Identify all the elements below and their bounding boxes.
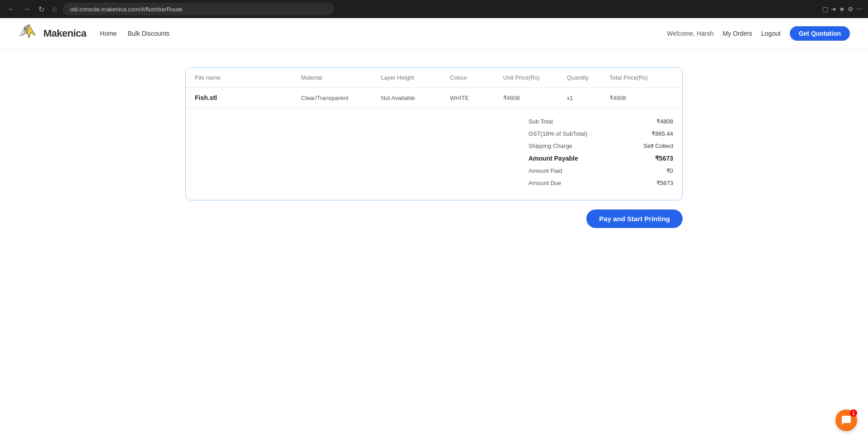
row-total-price: ₹4808 [609,95,673,101]
share-icon: ➜ [831,5,836,13]
row-material: Clear/Transparent [301,95,381,101]
row-quantity: x1 [567,95,609,101]
back-button[interactable]: ← [5,4,17,14]
col-material: Material [301,74,381,81]
col-colour: Colour [450,74,503,81]
gst-value: ₹865.44 [651,130,673,137]
amount-paid-label: Amount Paid [528,167,562,174]
amount-payable-label: Amount Payable [528,155,578,162]
summary-section: Sub Total ₹4808 GST(18% of SubTotal) ₹86… [186,108,682,200]
my-orders-link[interactable]: My Orders [723,30,752,37]
browser-chrome: ← → ↻ ⌂ ▢ ➜ ★ ⚙ ⋯ [0,0,868,18]
screen-icon: ▢ [822,5,828,13]
extensions-icon: ⚙ [848,5,854,13]
logo-text: Makenica [43,28,86,39]
summary-table: Sub Total ₹4808 GST(18% of SubTotal) ₹86… [528,115,673,189]
col-filename: File name [195,74,301,81]
summary-row-gst: GST(18% of SubTotal) ₹865.44 [528,128,673,140]
welcome-text: Welcome, Harsh [667,30,713,37]
forward-button[interactable]: → [21,4,33,14]
row-unit-price: ₹4808 [503,95,567,101]
amount-due-label: Amount Due [528,180,561,186]
subtotal-label: Sub Total [528,118,553,125]
amount-due-value: ₹5673 [656,180,673,186]
menu-icon: ⋯ [856,5,863,13]
summary-row-amount-payable: Amount Payable ₹5673 [528,152,673,165]
home-button[interactable]: ⌂ [50,4,59,14]
table-header: File name Material Layer Height Colour U… [186,68,682,88]
chat-badge: 1 [850,409,857,417]
row-filename: Fish.stl [195,94,301,101]
chat-icon [841,415,852,426]
pay-and-start-printing-button[interactable]: Pay and Start Printing [586,209,683,228]
pay-btn-area: Pay and Start Printing [185,209,683,228]
svg-point-3 [24,28,26,30]
nav-home[interactable]: Home [100,30,117,37]
row-colour: WHITE [450,95,503,101]
summary-row-amount-due: Amount Due ₹5673 [528,177,673,189]
address-bar[interactable] [63,3,334,15]
logo-area: Makenica [18,23,86,44]
summary-row-subtotal: Sub Total ₹4808 [528,115,673,128]
row-layer-height: Not Available [381,95,450,101]
order-card: File name Material Layer Height Colour U… [185,67,683,200]
shipping-value: Self Collect [643,143,673,149]
get-quotation-button[interactable]: Get Quotation [790,26,850,41]
col-layer-height: Layer Height [381,74,450,81]
svg-marker-1 [20,27,25,36]
reload-button[interactable]: ↻ [36,4,47,14]
subtotal-value: ₹4808 [656,118,673,125]
main-nav: Home Bulk Discounts [100,30,170,37]
table-row: Fish.stl Clear/Transparent Not Available… [186,88,682,108]
amount-payable-value: ₹5673 [655,155,673,162]
site-header: Makenica Home Bulk Discounts Welcome, Ha… [0,18,868,49]
logout-link[interactable]: Logout [761,30,781,37]
col-unit-price: Unit Price(Rs) [503,74,567,81]
amount-paid-value: ₹0 [666,167,673,174]
header-right: Welcome, Harsh My Orders Logout Get Quot… [667,26,850,41]
main-content: File name Material Layer Height Colour U… [0,49,868,442]
browser-actions: ▢ ➜ ★ ⚙ ⋯ [822,5,863,13]
shipping-label: Shipping Charge [528,143,572,149]
col-quantity: Quantity [567,74,609,81]
summary-row-shipping: Shipping Charge Self Collect [528,140,673,152]
nav-bulk-discounts[interactable]: Bulk Discounts [127,30,170,37]
bookmark-icon: ★ [839,5,845,13]
summary-row-amount-paid: Amount Paid ₹0 [528,165,673,177]
gst-label: GST(18% of SubTotal) [528,130,587,137]
col-total-price: Total Price(Rs) [609,74,673,81]
chat-bubble[interactable]: 1 [835,409,857,431]
makenica-logo-icon [18,23,40,44]
